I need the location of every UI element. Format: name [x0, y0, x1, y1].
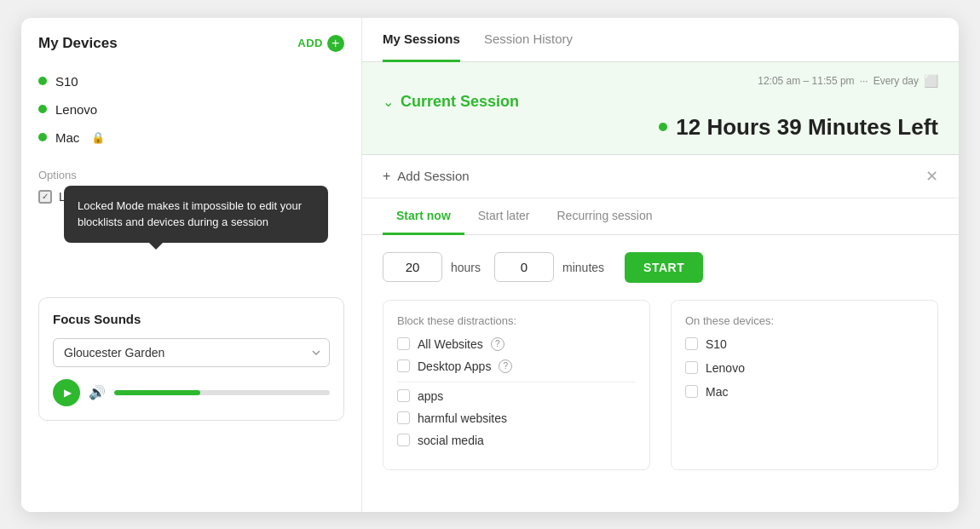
tab-session-history-label: Session History — [484, 32, 573, 46]
desktop-apps-label: Desktop Apps — [418, 359, 491, 373]
sub-tab-recurring[interactable]: Recurring session — [543, 198, 666, 235]
focus-sounds-section: Focus Sounds Gloucester Garden Forest Ra… — [38, 297, 344, 421]
online-dot — [38, 133, 47, 141]
tab-session-history[interactable]: Session History — [484, 18, 573, 62]
block-devices-row: Block these distractions: All Websites ?… — [383, 300, 938, 470]
sub-tabs: Start now Start later Recurring session — [362, 198, 959, 235]
block-col-title: Block these distractions: — [397, 314, 636, 327]
volume-icon: 🔊 — [89, 384, 106, 400]
device-item-mac[interactable]: Mac 🔒 — [38, 124, 344, 152]
s10-checkbox[interactable] — [685, 337, 698, 350]
mac-label: Mac — [706, 385, 728, 399]
sub-tab-start-later[interactable]: Start later — [464, 198, 544, 235]
block-item-apps: apps — [397, 389, 636, 403]
s10-label: S10 — [706, 337, 727, 351]
session-time-info: 12:05 am – 11:55 pm ··· Every day ⬜ — [383, 74, 938, 88]
current-session-header[interactable]: ⌄ Current Session — [383, 93, 938, 111]
add-session-bar[interactable]: + Add Session ✕ — [362, 155, 959, 198]
harmful-label: harmful websites — [418, 411, 507, 425]
sub-tab-start-now-label: Start now — [396, 209, 451, 222]
all-websites-checkbox[interactable] — [397, 337, 410, 350]
online-dot — [38, 105, 47, 113]
focus-sounds-title: Focus Sounds — [53, 312, 330, 326]
social-media-label: social media — [418, 434, 484, 447]
apps-label: apps — [418, 389, 443, 403]
locked-mode-checkbox[interactable]: ✓ — [38, 190, 52, 204]
sub-tab-start-later-label: Start later — [478, 209, 530, 222]
session-time-range: 12:05 am – 11:55 pm — [758, 75, 854, 87]
current-session-title: Current Session — [401, 93, 519, 111]
mac-checkbox[interactable] — [685, 385, 698, 398]
lenovo-label: Lenovo — [706, 361, 745, 375]
hours-label: hours — [451, 261, 481, 274]
device-name: Mac — [55, 130, 79, 145]
tab-my-sessions-label: My Sessions — [383, 32, 460, 46]
device-name: Lenovo — [55, 102, 97, 117]
apps-checkbox[interactable] — [397, 389, 410, 402]
volume-bar[interactable] — [114, 390, 330, 395]
left-panel: My Devices ADD + S10 Lenovo Mac 🔒 Option — [21, 18, 362, 512]
sound-select[interactable]: Gloucester Garden Forest Rain Ocean Wave… — [53, 338, 330, 367]
add-device-button[interactable]: ADD + — [297, 35, 344, 52]
minutes-input[interactable] — [494, 252, 554, 282]
session-config: hours minutes START Block these distract… — [362, 235, 959, 487]
add-session-label: Add Session — [397, 169, 919, 183]
block-item-harmful: harmful websites — [397, 411, 636, 425]
hours-input[interactable] — [383, 252, 442, 282]
locked-mode-tooltip: Locked Mode makes it impossible to edit … — [64, 186, 328, 243]
lock-icon: 🔒 — [91, 131, 105, 144]
time-remaining-text: 12 Hours 39 Minutes Left — [676, 114, 938, 141]
play-icon: ▶ — [64, 387, 72, 399]
device-list: S10 Lenovo Mac 🔒 — [38, 67, 344, 152]
time-remaining: 12 Hours 39 Minutes Left — [383, 114, 938, 141]
tooltip-text: Locked Mode makes it impossible to edit … — [78, 199, 302, 229]
sub-tab-recurring-label: Recurring session — [556, 209, 652, 222]
active-dot — [659, 123, 667, 131]
add-label: ADD — [297, 37, 323, 49]
block-item-desktop-apps: Desktop Apps ? — [397, 359, 636, 373]
current-session-section: 12:05 am – 11:55 pm ··· Every day ⬜ ⌄ Cu… — [362, 62, 959, 155]
lenovo-checkbox[interactable] — [685, 361, 698, 374]
right-panel: My Sessions Session History 12:05 am – 1… — [362, 18, 959, 512]
device-item-s10[interactable]: S10 — [38, 67, 344, 95]
devices-col-title: On these devices: — [685, 314, 924, 327]
start-button[interactable]: START — [625, 252, 703, 283]
block-item-all-websites: All Websites ? — [397, 337, 636, 351]
block-distractions-col: Block these distractions: All Websites ?… — [383, 300, 650, 470]
desktop-apps-checkbox[interactable] — [397, 359, 410, 372]
device-check-s10: S10 — [685, 337, 924, 351]
sound-controls: ▶ 🔊 — [53, 379, 330, 406]
harmful-checkbox[interactable] — [397, 411, 410, 424]
device-item-lenovo[interactable]: Lenovo — [38, 95, 344, 124]
screen-icon: ⬜ — [924, 74, 938, 88]
devices-header: My Devices ADD + — [38, 35, 344, 52]
volume-fill — [114, 390, 200, 395]
devices-col: On these devices: S10 Lenovo Mac — [671, 300, 938, 470]
main-tabs: My Sessions Session History — [362, 18, 959, 62]
options-section: Options ✓ Locked Mode ? Locked Mode make… — [38, 169, 344, 204]
all-websites-info-icon[interactable]: ? — [491, 337, 504, 351]
online-dot — [38, 77, 47, 85]
devices-title: My Devices — [38, 35, 118, 52]
desktop-apps-info-icon[interactable]: ? — [499, 359, 512, 373]
duration-row: hours minutes START — [383, 252, 938, 283]
device-check-lenovo: Lenovo — [685, 361, 924, 375]
block-item-social-media: social media — [397, 434, 636, 447]
sub-tab-start-now[interactable]: Start now — [383, 198, 464, 235]
all-websites-label: All Websites — [418, 337, 483, 351]
device-name: S10 — [55, 74, 78, 89]
recurrence-dots: ··· — [860, 75, 868, 87]
add-circle-icon: + — [327, 35, 344, 52]
play-button[interactable]: ▶ — [53, 379, 80, 406]
tab-my-sessions[interactable]: My Sessions — [383, 18, 460, 62]
chevron-down-icon: ⌄ — [383, 94, 394, 110]
recurrence-label: Every day — [873, 75, 919, 87]
close-icon[interactable]: ✕ — [925, 167, 938, 186]
device-check-mac: Mac — [685, 385, 924, 399]
plus-icon: + — [383, 169, 390, 184]
social-media-checkbox[interactable] — [397, 434, 410, 446]
app-container: My Devices ADD + S10 Lenovo Mac 🔒 Option — [21, 18, 959, 512]
minutes-label: minutes — [562, 261, 604, 274]
checkmark-icon: ✓ — [42, 192, 49, 201]
options-label: Options — [38, 169, 344, 181]
